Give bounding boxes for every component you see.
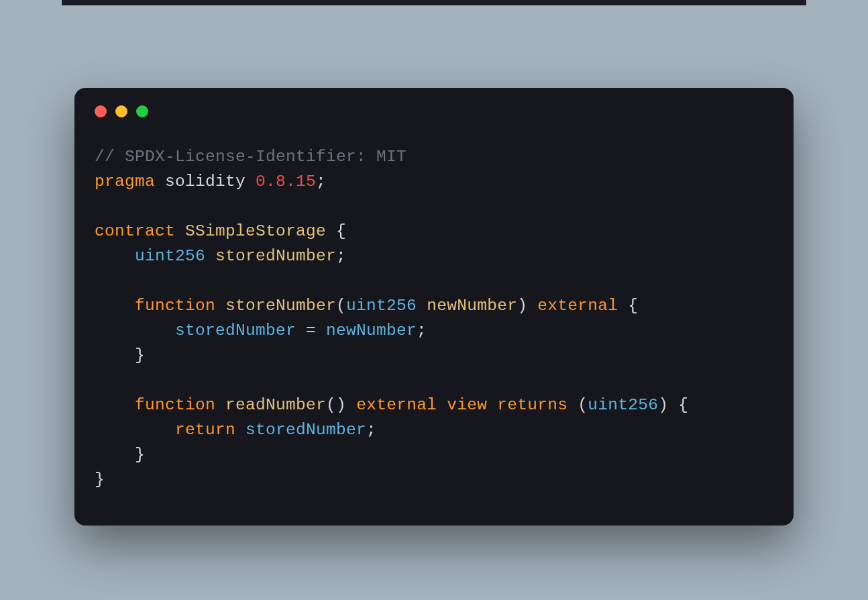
text [215,297,225,315]
punct: ) [658,396,668,414]
punct: ( [567,396,588,414]
text [215,396,225,414]
text [205,247,215,265]
indent [95,421,175,439]
code-line: } [95,442,773,467]
code-line [95,368,773,393]
indent [95,321,175,340]
keyword: external [356,396,437,414]
code-line: pragma solidity 0.8.15; [95,169,773,194]
code-line: storedNumber = newNumber; [95,318,773,343]
punct: } [135,346,145,364]
indent [95,297,135,315]
variable: storedNumber [215,247,336,265]
punct: ) [517,297,527,315]
code-line [95,268,773,293]
function-name: storeNumber [225,297,336,315]
top-bar [62,0,806,5]
version: 0.8.15 [256,172,316,191]
text [437,396,447,414]
indent [95,446,135,464]
keyword: external [537,297,618,315]
keyword: contract [95,222,175,240]
code-line [95,194,773,219]
keyword: pragma [95,172,155,191]
punct: ; [336,247,346,265]
code-content[interactable]: // SPDX-License-Identifier: MIT pragma s… [74,124,794,526]
code-line: } [95,467,773,492]
code-line: function storeNumber(uint256 newNumber) … [95,293,773,318]
indent [95,396,135,414]
contract-name: SSimpleStorage [185,222,326,240]
type: uint256 [135,247,205,265]
code-line: uint256 storedNumber; [95,244,773,268]
operator: = [296,321,326,340]
identifier: newNumber [326,321,417,340]
keyword: function [135,297,215,315]
punct: ; [366,421,376,439]
code-line: return storedNumber; [95,417,773,442]
type: uint256 [588,396,658,414]
punct: () [326,396,346,414]
indent [95,247,135,265]
text: solidity [155,172,256,191]
punct: ; [417,321,427,340]
comment-text: // SPDX-License-Identifier: MIT [95,148,406,166]
type: uint256 [346,297,417,315]
code-line: function readNumber() external view retu… [95,393,773,417]
code-line: } [95,343,773,368]
punct: { [618,297,638,315]
code-line: contract SSimpleStorage { [95,219,773,244]
keyword: view [447,396,487,414]
punct: ; [316,172,326,191]
maximize-icon[interactable] [136,105,148,117]
keyword: function [135,396,215,414]
indent [95,346,135,364]
param-name: newNumber [427,297,517,315]
close-icon[interactable] [95,105,107,117]
text [235,421,246,439]
function-name: readNumber [225,396,326,414]
punct: { [668,396,688,414]
punct: } [95,470,105,489]
identifier: storedNumber [246,421,366,439]
text [175,222,185,240]
window-titlebar [74,88,794,124]
identifier: storedNumber [175,321,296,340]
text [417,297,427,315]
text [487,396,497,414]
code-editor-window: // SPDX-License-Identifier: MIT pragma s… [74,88,794,526]
punct: ( [336,297,346,315]
keyword: returns [497,396,567,414]
keyword: return [175,421,235,439]
text [527,297,537,315]
minimize-icon[interactable] [115,105,127,117]
code-line: // SPDX-License-Identifier: MIT [95,144,773,169]
punct: } [135,446,145,464]
text [346,396,356,414]
punct: { [326,222,346,240]
